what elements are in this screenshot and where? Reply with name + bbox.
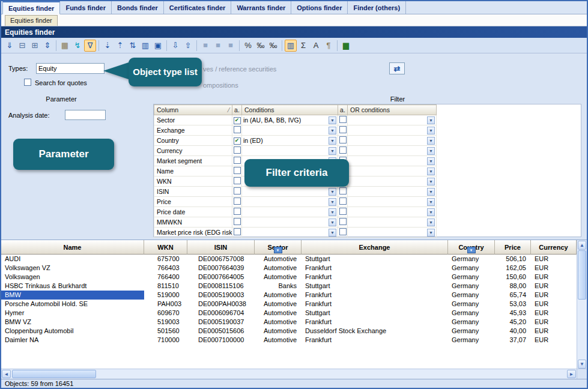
column-filter-indicator-icon[interactable]: ▼	[274, 247, 282, 253]
sort-down-icon[interactable]: ⇣	[102, 40, 114, 52]
horizontal-scrollbar-thumb[interactable]	[12, 370, 96, 378]
filter-header-active-2[interactable]: a.	[338, 105, 348, 115]
tab-equities-finder[interactable]: Equities finder	[2, 1, 60, 14]
chart-icon[interactable]: ▆	[340, 40, 352, 52]
filter-enable-checkbox[interactable]	[234, 146, 241, 154]
tab-funds-finder[interactable]: Funds finder	[60, 1, 112, 14]
rows-icon[interactable]: ¶	[323, 40, 335, 52]
table-row[interactable]: BMW519000DE0005190003AutomotiveFrankfurt…	[1, 291, 587, 300]
types-input[interactable]	[36, 63, 105, 74]
or-enable-checkbox[interactable]	[339, 208, 347, 215]
or-condition-dropdown-button[interactable]: ▼	[427, 208, 435, 216]
column-header-country[interactable]: Country▼	[448, 240, 495, 255]
column-filter-indicator-icon[interactable]: ▼	[467, 247, 476, 253]
filter-enable-checkbox[interactable]: ✔	[234, 137, 241, 145]
permille-down-icon[interactable]: ‰	[267, 40, 279, 52]
filter-enable-checkbox[interactable]: ✔	[234, 117, 241, 124]
or-condition-dropdown-button[interactable]: ▼	[427, 147, 435, 155]
permille-up-icon[interactable]: ‰	[255, 40, 267, 52]
vertical-scrollbar[interactable]: ▲ ▼	[577, 240, 587, 369]
horizontal-scrollbar[interactable]: ◄ ►	[1, 369, 577, 379]
font-icon[interactable]: A	[310, 40, 322, 52]
tab-options-finder[interactable]: Options finder	[291, 1, 348, 14]
or-condition-dropdown-button[interactable]: ▼	[427, 137, 435, 145]
table-row[interactable]: Daimler NA710000DE0007100000AutomotiveFr…	[1, 336, 587, 345]
table-row[interactable]: Volkswagen766400DE0007664005AutomotiveFr…	[1, 273, 587, 282]
scroll-up-button[interactable]: ▲	[578, 241, 586, 250]
highlight-columns-icon[interactable]: ▥	[285, 40, 297, 52]
column-header-currency[interactable]: Currency	[531, 240, 577, 255]
filter-enable-checkbox[interactable]	[234, 187, 241, 194]
table-row[interactable]: BMW VZ519003DE0005190037AutomotiveFrankf…	[1, 318, 587, 327]
sort-up-icon[interactable]: ⇡	[114, 40, 126, 52]
or-enable-checkbox[interactable]	[339, 218, 347, 225]
condition-dropdown-button[interactable]: ▼	[329, 229, 336, 237]
table-row[interactable]: Hymer609670DE0006096704AutomotiveStuttga…	[1, 309, 587, 318]
vertical-scrollbar-thumb[interactable]	[578, 250, 586, 300]
table-row[interactable]: AUDI675700DE0006757008AutomotiveStuttgar…	[1, 255, 587, 264]
or-enable-checkbox[interactable]	[339, 198, 347, 205]
or-enable-checkbox[interactable]	[339, 187, 347, 194]
filter-icon[interactable]: ∇	[84, 40, 96, 52]
sort-both-icon[interactable]: ⇅	[127, 40, 139, 52]
column-header-sector[interactable]: Sector▼	[255, 240, 302, 255]
condition-dropdown-button[interactable]: ▼	[329, 116, 336, 124]
sort-descending-icon[interactable]: ⇧	[182, 40, 194, 52]
or-condition-dropdown-button[interactable]: ▼	[427, 229, 435, 237]
or-condition-dropdown-button[interactable]: ▼	[427, 157, 435, 165]
align-left-icon[interactable]: ≡	[199, 40, 211, 52]
condition-dropdown-button[interactable]: ▼	[329, 188, 336, 196]
or-condition-dropdown-button[interactable]: ▼	[427, 219, 435, 226]
column-header-exchange[interactable]: Exchange	[302, 240, 448, 255]
refresh-button[interactable]: ⇄	[389, 62, 405, 74]
filter-enable-checkbox[interactable]	[234, 167, 241, 174]
table-row[interactable]: Cloppenburg Automobil501560DE0005015606A…	[1, 327, 587, 336]
column-header-name[interactable]: Name	[1, 240, 144, 255]
or-condition-dropdown-button[interactable]: ▼	[427, 167, 435, 175]
condition-dropdown-button[interactable]: ▼	[329, 127, 336, 134]
filter-header-conditions[interactable]: Conditions	[242, 105, 338, 115]
filter-enable-checkbox[interactable]	[234, 198, 241, 205]
align-right-icon[interactable]: ≡	[225, 40, 237, 52]
or-condition-dropdown-button[interactable]: ▼	[427, 116, 435, 124]
histogram-icon[interactable]: ▥	[139, 40, 151, 52]
sum-icon[interactable]: Σ	[297, 40, 309, 52]
calendar-icon[interactable]: ▦	[59, 40, 71, 52]
tab-warrants-finder[interactable]: Warrants finder	[231, 1, 291, 14]
or-enable-checkbox[interactable]	[339, 136, 347, 143]
or-condition-dropdown-button[interactable]: ▼	[427, 188, 435, 196]
column-header-price[interactable]: Price	[495, 240, 531, 255]
column-header-wkn[interactable]: WKN	[144, 240, 187, 255]
tab-bonds-finder[interactable]: Bonds finder	[112, 1, 164, 14]
scroll-left-button[interactable]: ◄	[2, 370, 11, 378]
sort-ascending-icon[interactable]: ⇩	[169, 40, 181, 52]
table-row[interactable]: HSBC Trinkaus & Burkhardt811510DE0008115…	[1, 282, 587, 291]
condition-dropdown-button[interactable]: ▼	[329, 137, 336, 145]
tab-certificates-finder[interactable]: Certificates finder	[164, 1, 232, 14]
or-condition-dropdown-button[interactable]: ▼	[427, 127, 435, 134]
zoom-out-icon[interactable]: ⊟	[16, 40, 28, 52]
or-condition-dropdown-button[interactable]: ▼	[427, 198, 435, 206]
or-condition-dropdown-button[interactable]: ▼	[427, 178, 435, 185]
copy-columns-icon[interactable]: ▣	[152, 40, 164, 52]
filter-header-or-conditions[interactable]: OR conditions	[348, 105, 437, 115]
analysis-date-input[interactable]	[65, 110, 106, 120]
filter-enable-checkbox[interactable]	[234, 208, 241, 215]
filter-enable-checkbox[interactable]	[234, 177, 241, 184]
scroll-down-button[interactable]: ▼	[578, 360, 586, 369]
filter-header-column[interactable]: Column⁄	[154, 105, 232, 115]
column-header-isin[interactable]: ISIN	[187, 240, 255, 255]
filter-enable-checkbox[interactable]	[234, 228, 241, 235]
or-enable-checkbox[interactable]	[339, 228, 347, 235]
table-row[interactable]: Porsche Automobil Hold. SEPAH003DE000PAH…	[1, 300, 587, 309]
table-row[interactable]: Volkswagen VZ766403DE0007664039Automotiv…	[1, 264, 587, 273]
or-enable-checkbox[interactable]	[339, 116, 347, 123]
condition-dropdown-button[interactable]: ▼	[329, 208, 336, 216]
filter-header-active-1[interactable]: a.	[232, 105, 242, 115]
condition-dropdown-button[interactable]: ▼	[329, 198, 336, 206]
filter-enable-checkbox[interactable]	[234, 126, 241, 133]
percent-icon[interactable]: %	[242, 40, 254, 52]
filter-enable-checkbox[interactable]	[234, 157, 241, 164]
fit-vertical-icon[interactable]: ⇕	[41, 40, 53, 52]
refresh-lightning-icon[interactable]: ↯	[71, 40, 83, 52]
